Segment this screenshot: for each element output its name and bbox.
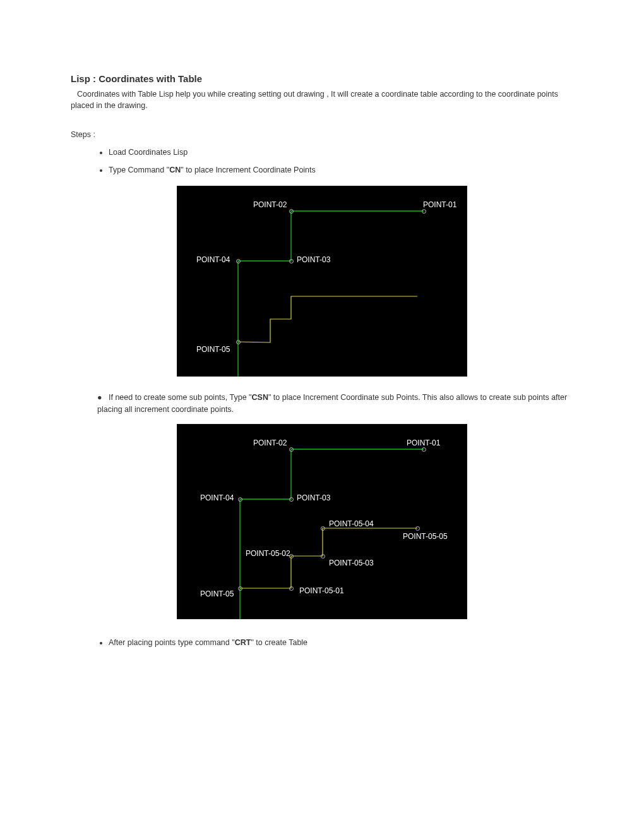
point-ring xyxy=(238,586,242,591)
fig1-label-p1: POINT-01 xyxy=(423,200,456,210)
fig2-label-p55: POINT-05-05 xyxy=(403,531,448,542)
step4-text-a: After placing points type command " xyxy=(109,638,235,647)
figure-1-wrap: POINT-01 POINT-02 POINT-03 POINT-04 POIN… xyxy=(71,186,573,377)
step-item-2: Type Command "CN" to place Increment Coo… xyxy=(109,164,573,176)
fig1-label-p5: POINT-05 xyxy=(196,344,230,355)
step2-cmd: CN xyxy=(169,166,181,174)
point-ring xyxy=(289,586,294,591)
figure-2-wrap: POINT-01 POINT-02 POINT-03 POINT-04 POIN… xyxy=(71,424,573,619)
point-ring xyxy=(321,526,325,531)
step-item-4: After placing points type command "CRT" … xyxy=(109,637,573,648)
fig1-label-p3: POINT-03 xyxy=(297,255,330,265)
point-ring xyxy=(238,497,242,502)
step4-cmd: CRT xyxy=(235,638,251,647)
fig2-label-p4: POINT-04 xyxy=(200,493,234,504)
point-ring xyxy=(415,526,420,531)
figure-2: POINT-01 POINT-02 POINT-03 POINT-04 POIN… xyxy=(177,424,467,619)
fig2-label-p2: POINT-02 xyxy=(253,438,287,449)
figure-1: POINT-01 POINT-02 POINT-03 POINT-04 POIN… xyxy=(177,186,467,377)
fig2-label-p5: POINT-05 xyxy=(200,589,234,600)
steps-list-2: After placing points type command "CRT" … xyxy=(71,637,573,648)
step4-text-b: " to create Table xyxy=(251,638,307,647)
steps-list: Load Coordinates Lisp Type Command "CN" … xyxy=(71,147,573,176)
step-item-3: ● If need to create some sub points, Typ… xyxy=(97,392,573,414)
intro-text: Coordinates with Table Lisp help you whi… xyxy=(71,90,558,110)
intro-paragraph: Coordinates with Table Lisp help you whi… xyxy=(71,88,573,111)
step2-text-b: " to place Increment Coordinate Points xyxy=(181,166,316,174)
fig2-label-p1: POINT-01 xyxy=(407,438,440,449)
steps-label: Steps : xyxy=(71,129,573,140)
fig2-label-p3: POINT-03 xyxy=(297,493,330,504)
fig2-label-p52: POINT-05-02 xyxy=(246,548,290,559)
fig2-label-p53: POINT-05-03 xyxy=(329,558,374,569)
page-title: Lisp : Coordinates with Table xyxy=(71,72,573,86)
step3-text-a: If need to create some sub points, Type … xyxy=(109,393,252,402)
fig2-label-p54: POINT-05-04 xyxy=(329,519,374,529)
step-item-1: Load Coordinates Lisp xyxy=(109,147,573,158)
fig1-label-p2: POINT-02 xyxy=(253,200,287,210)
document-page: Lisp : Coordinates with Table Coordinate… xyxy=(0,0,644,834)
point-ring xyxy=(289,497,294,502)
step2-text-a: Type Command " xyxy=(109,166,169,174)
step3-cmd: CSN xyxy=(252,393,268,402)
point-ring xyxy=(289,447,294,452)
point-ring xyxy=(321,554,325,559)
fig1-label-p4: POINT-04 xyxy=(196,255,230,265)
fig2-label-p51: POINT-05-01 xyxy=(299,586,344,596)
